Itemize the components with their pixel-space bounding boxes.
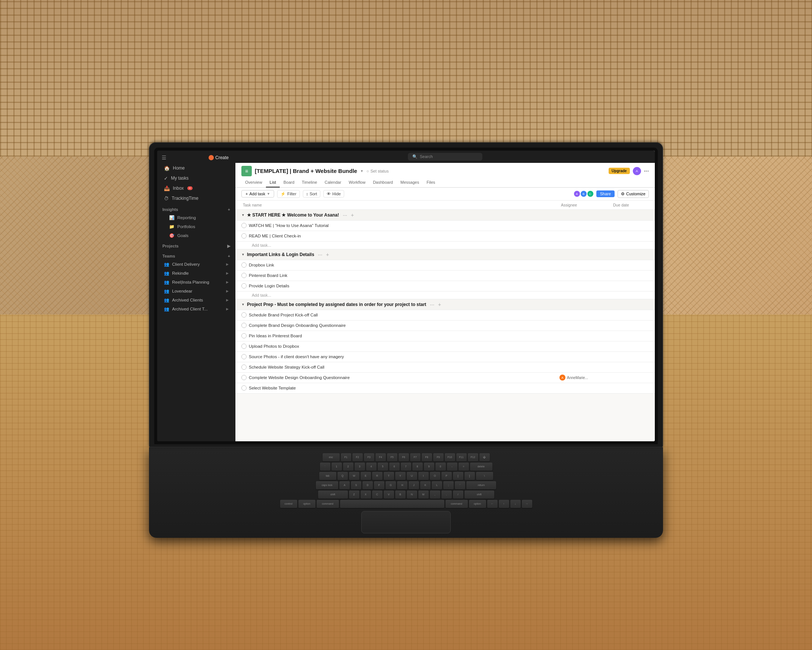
key-h: H	[397, 481, 408, 489]
section-header-important-links[interactable]: ▼ Important Links & Login Details ··· +	[235, 249, 655, 260]
hamburger-icon[interactable]: ☰	[162, 154, 166, 161]
task-checkbox[interactable]	[241, 385, 247, 391]
keyboard-row-5: shift Z X C V B N M , . / shift	[164, 491, 648, 499]
add-task-inline[interactable]: Add task...	[235, 291, 655, 299]
key-shift-r: shift	[464, 491, 494, 499]
section-add-button[interactable]: +	[438, 301, 441, 307]
section-header-start-here[interactable]: ▼ ★ START HERE ★ Welcome to Your Asana! …	[235, 210, 655, 221]
sidebar-item-tracking-time[interactable]: ⏱ TrackingTime	[159, 194, 234, 203]
key-7: 7	[401, 462, 411, 471]
table-row: Schedule Brand Project Kick-off Call	[235, 310, 655, 321]
share-button[interactable]: Share	[596, 190, 615, 197]
key-g: G	[386, 481, 396, 489]
goals-icon: 🎯	[169, 233, 174, 238]
tab-workflow[interactable]: Workflow	[345, 178, 369, 188]
task-checkbox[interactable]	[241, 333, 247, 338]
key-equals: =	[458, 462, 469, 471]
sidebar-item-inbox[interactable]: 📥 Inbox •	[159, 184, 234, 193]
sidebar-item-rekindle[interactable]: 👥 Rekindle ▶	[159, 269, 234, 277]
key-bracket-r: ]	[464, 472, 475, 480]
key-period: .	[441, 491, 452, 499]
filter-button[interactable]: ⚡ Filter	[277, 190, 299, 198]
sidebar-item-home[interactable]: 🏠 Home	[159, 164, 234, 173]
sort-button[interactable]: ↕ Sort	[303, 190, 321, 197]
task-checkbox[interactable]	[241, 312, 247, 318]
task-checkbox[interactable]	[241, 344, 247, 349]
key-o: O	[430, 472, 440, 480]
section-more-button[interactable]: ···	[317, 252, 324, 257]
tab-dashboard[interactable]: Dashboard	[369, 178, 397, 188]
upgrade-button[interactable]: Upgrade	[609, 168, 630, 174]
key-f12: F12	[468, 453, 478, 462]
task-checkbox[interactable]	[241, 273, 247, 278]
sidebar-item-archived-clients[interactable]: 👥 Archived Clients ▶	[159, 296, 234, 304]
set-status-button[interactable]: ○ Set status	[366, 169, 389, 173]
app-container: ☰ Create 🏠 Home ✓	[157, 151, 655, 441]
add-task-button[interactable]: + Add task ▼	[241, 190, 274, 197]
sidebar-item-archived-client-t[interactable]: 👥 Archived Client T... ▶	[159, 305, 234, 313]
key-9: 9	[424, 462, 434, 471]
team-icon: 👥	[164, 262, 169, 267]
project-title-chevron-icon[interactable]: ▼	[360, 169, 363, 173]
task-checkbox[interactable]	[241, 375, 247, 380]
insights-section-header[interactable]: Insights +	[157, 203, 235, 213]
section-add-button[interactable]: +	[326, 252, 329, 257]
sidebar-item-client-delivery[interactable]: 👥 Client Delivery ▶	[159, 260, 234, 268]
task-text: Source Photos - if client doesn't have a…	[249, 355, 344, 359]
sidebar-item-reporting[interactable]: 📊 Reporting	[159, 214, 234, 222]
create-button[interactable]: Create	[206, 154, 231, 161]
tab-files[interactable]: Files	[423, 178, 439, 188]
insights-label: Insights	[162, 207, 178, 212]
teams-add-icon[interactable]: +	[228, 254, 230, 258]
key-cmd-l: command	[317, 500, 339, 508]
key-w: W	[349, 472, 359, 480]
tab-overview[interactable]: Overview	[241, 178, 266, 188]
tab-calendar[interactable]: Calendar	[321, 178, 345, 188]
sidebar-item-goals[interactable]: 🎯 Goals	[159, 231, 234, 240]
section-header-project-prep[interactable]: ▼ Project Prep - Must be completed by as…	[235, 299, 655, 310]
tab-messages[interactable]: Messages	[397, 178, 423, 188]
task-checkbox[interactable]	[241, 233, 247, 239]
insights-add-icon[interactable]: +	[228, 207, 230, 212]
user-avatar: A	[633, 167, 641, 175]
reporting-label: Reporting	[177, 216, 196, 220]
search-bar[interactable]: 🔍 Search	[408, 153, 482, 161]
sidebar-item-reel-insta[interactable]: 👥 Reel|Insta Planning ▶	[159, 278, 234, 286]
projects-section-header[interactable]: Projects ▶	[157, 240, 235, 250]
key-comma: ,	[430, 491, 440, 499]
lovendear-arrow-icon: ▶	[226, 289, 229, 293]
key-f8: F8	[422, 453, 432, 462]
tab-list[interactable]: List	[266, 178, 280, 188]
key-quote: '	[455, 481, 465, 489]
sidebar-item-my-tasks[interactable]: ✓ My tasks	[159, 174, 234, 183]
project-title-left: ≡ [TEMPLATE] | Brand + Website Bundle ▼ …	[241, 166, 389, 176]
lovendear-label: Lovendear	[172, 289, 192, 293]
more-options-icon[interactable]: ···	[644, 168, 649, 174]
sidebar-item-lovendear[interactable]: 👥 Lovendear ▶	[159, 287, 234, 295]
section-title-project-prep: Project Prep - Must be completed by assi…	[247, 302, 426, 307]
key-3: 3	[355, 462, 365, 471]
tab-board[interactable]: Board	[280, 178, 298, 188]
section-add-button[interactable]: +	[351, 212, 354, 218]
task-checkbox[interactable]	[241, 283, 247, 289]
task-checkbox[interactable]	[241, 323, 247, 328]
task-checkbox[interactable]	[241, 364, 247, 370]
key-esc: esc	[322, 453, 340, 462]
task-checkbox[interactable]	[241, 354, 247, 359]
task-checkbox[interactable]	[241, 262, 247, 268]
key-i: I	[418, 472, 429, 480]
sidebar-item-portfolios[interactable]: 📁 Portfolios	[159, 222, 234, 231]
customize-button[interactable]: ⚙ Customize	[618, 190, 649, 198]
tab-timeline[interactable]: Timeline	[298, 178, 321, 188]
section-more-button[interactable]: ···	[341, 212, 349, 218]
teams-section-header[interactable]: Teams +	[157, 250, 235, 260]
key-f10: F10	[445, 453, 455, 462]
key-f: F	[374, 481, 385, 489]
add-task-inline[interactable]: Add task...	[235, 242, 655, 249]
trackpad[interactable]	[361, 511, 451, 533]
teams-label: Teams	[162, 254, 175, 258]
hide-button[interactable]: 👁 Hide	[323, 190, 344, 197]
col-header-due-date: Due date	[612, 202, 649, 208]
section-more-button[interactable]: ···	[428, 301, 436, 307]
task-checkbox[interactable]	[241, 223, 247, 228]
